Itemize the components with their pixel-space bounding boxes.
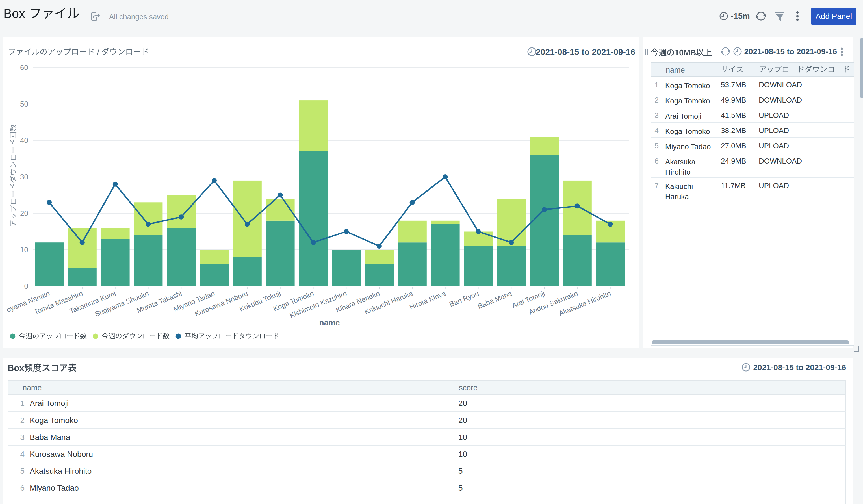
svg-text:-15m: -15m xyxy=(731,12,750,21)
svg-text:0: 0 xyxy=(24,282,28,290)
svg-text:50: 50 xyxy=(20,100,28,108)
svg-text:Baba Mana: Baba Mana xyxy=(476,289,513,310)
svg-text:20: 20 xyxy=(20,209,28,217)
svg-text:2021-08-15 to 2021-09-16: 2021-08-15 to 2021-09-16 xyxy=(753,363,846,372)
svg-text:Ban Ryou: Ban Ryou xyxy=(448,289,480,308)
svg-text:Hirota Kinya: Hirota Kinya xyxy=(408,289,447,311)
svg-text:10: 10 xyxy=(20,245,28,254)
svg-text:name: name xyxy=(319,318,340,327)
svg-text:40: 40 xyxy=(20,136,28,144)
svg-text:30: 30 xyxy=(20,173,28,181)
svg-text:Kishimoto Kazuhiro: Kishimoto Kazuhiro xyxy=(288,289,348,319)
svg-text:Sugiyama Shouko: Sugiyama Shouko xyxy=(94,289,150,318)
svg-text:60: 60 xyxy=(20,63,28,72)
svg-text:2021-08-15 to 2021-09-16: 2021-08-15 to 2021-09-16 xyxy=(744,47,837,56)
svg-text:2021-08-15 to 2021-09-16: 2021-08-15 to 2021-09-16 xyxy=(536,47,635,56)
svg-text:All changes saved: All changes saved xyxy=(109,12,169,21)
